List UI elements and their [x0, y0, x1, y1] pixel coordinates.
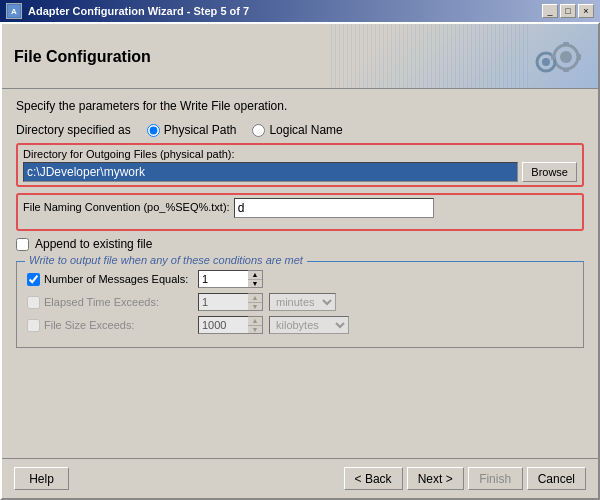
spin-arrows-0: ▲ ▼	[248, 270, 263, 288]
dir-spec-label: Directory specified as	[16, 123, 131, 137]
condition-checkbox-2[interactable]	[27, 319, 40, 332]
directory-input[interactable]	[23, 162, 518, 182]
svg-point-5	[542, 58, 550, 66]
spin-arrows-2: ▲ ▼	[248, 316, 263, 334]
physical-path-radio-label[interactable]: Physical Path	[147, 123, 237, 137]
app-icon: A	[6, 3, 22, 19]
condition-row-0: Number of Messages Equals: ▲ ▼	[27, 270, 573, 288]
minimize-button[interactable]: _	[542, 4, 558, 18]
file-naming-input-row: File Naming Convention (po_%SEQ%.txt):	[23, 198, 577, 218]
svg-text:A: A	[11, 7, 17, 16]
dialog: File Configuration Specify the parameter…	[0, 22, 600, 500]
footer-left: Help	[14, 467, 69, 490]
append-label: Append to existing file	[35, 237, 152, 251]
spin-up-1[interactable]: ▲	[248, 294, 262, 303]
spin-group-1: ▲ ▼	[198, 293, 263, 311]
group-box-title: Write to output file when any of these c…	[25, 254, 307, 266]
dialog-content: Specify the parameters for the Write Fil…	[2, 89, 598, 458]
title-bar: A Adapter Configuration Wizard - Step 5 …	[0, 0, 600, 22]
cancel-button[interactable]: Cancel	[527, 467, 586, 490]
file-naming-label: File Naming Convention (po_%SEQ%.txt):	[23, 201, 230, 213]
file-naming-field-group: File Naming Convention (po_%SEQ%.txt):	[16, 193, 584, 231]
directory-field-label: Directory for Outgoing Files (physical p…	[23, 148, 577, 160]
spin-down-0[interactable]: ▼	[248, 280, 262, 288]
dialog-header: File Configuration	[2, 24, 598, 89]
condition-row-1: Elapsed Time Exceeds: ▲ ▼ minutes second…	[27, 293, 573, 311]
svg-rect-7	[563, 68, 569, 72]
svg-rect-6	[563, 42, 569, 46]
append-checkbox[interactable]	[16, 238, 29, 251]
condition-checkbox-0[interactable]	[27, 273, 40, 286]
physical-path-label: Physical Path	[164, 123, 237, 137]
condition-text-2: File Size Exceeds:	[44, 319, 134, 331]
condition-checkbox-1[interactable]	[27, 296, 40, 309]
gear-icon	[526, 32, 586, 82]
footer-right: < Back Next > Finish Cancel	[344, 467, 586, 490]
condition-label-2: File Size Exceeds:	[27, 319, 192, 332]
svg-point-3	[560, 51, 572, 63]
title-bar-text: Adapter Configuration Wizard - Step 5 of…	[28, 5, 249, 17]
back-button[interactable]: < Back	[344, 467, 403, 490]
radio-group: Directory specified as Physical Path Log…	[16, 123, 584, 137]
condition-text-1: Elapsed Time Exceeds:	[44, 296, 159, 308]
finish-button[interactable]: Finish	[468, 467, 523, 490]
browse-button[interactable]: Browse	[522, 162, 577, 182]
conditions-group: Write to output file when any of these c…	[16, 261, 584, 348]
svg-rect-8	[551, 54, 555, 60]
header-bg	[328, 24, 528, 88]
spin-group-2: ▲ ▼	[198, 316, 263, 334]
append-checkbox-row: Append to existing file	[16, 237, 584, 251]
spin-up-0[interactable]: ▲	[248, 271, 262, 280]
close-button[interactable]: ×	[578, 4, 594, 18]
spin-up-2[interactable]: ▲	[248, 317, 262, 326]
file-naming-input[interactable]	[234, 198, 434, 218]
elapsed-time-dropdown[interactable]: minutes seconds hours	[269, 293, 336, 311]
spin-input-0[interactable]	[198, 270, 248, 288]
logical-name-radio[interactable]	[252, 124, 265, 137]
spin-input-2[interactable]	[198, 316, 248, 334]
title-bar-controls: _ □ ×	[542, 4, 594, 18]
spin-group-0: ▲ ▼	[198, 270, 263, 288]
dialog-footer: Help < Back Next > Finish Cancel	[2, 458, 598, 498]
physical-path-radio[interactable]	[147, 124, 160, 137]
spin-down-2[interactable]: ▼	[248, 326, 262, 334]
next-button[interactable]: Next >	[407, 467, 464, 490]
condition-label-0: Number of Messages Equals:	[27, 273, 192, 286]
maximize-button[interactable]: □	[560, 4, 576, 18]
description-text: Specify the parameters for the Write Fil…	[16, 99, 584, 113]
logical-name-radio-label[interactable]: Logical Name	[252, 123, 342, 137]
condition-text-0: Number of Messages Equals:	[44, 273, 188, 285]
svg-rect-9	[577, 54, 581, 60]
help-button[interactable]: Help	[14, 467, 69, 490]
directory-field-group: Directory for Outgoing Files (physical p…	[16, 143, 584, 187]
dialog-title: File Configuration	[14, 48, 151, 66]
spin-arrows-1: ▲ ▼	[248, 293, 263, 311]
condition-label-1: Elapsed Time Exceeds:	[27, 296, 192, 309]
directory-input-row: Browse	[23, 162, 577, 182]
spin-input-1[interactable]	[198, 293, 248, 311]
condition-row-2: File Size Exceeds: ▲ ▼ kilobytes bytes m…	[27, 316, 573, 334]
logical-name-label: Logical Name	[269, 123, 342, 137]
spin-down-1[interactable]: ▼	[248, 303, 262, 311]
file-size-dropdown[interactable]: kilobytes bytes megabytes	[269, 316, 349, 334]
